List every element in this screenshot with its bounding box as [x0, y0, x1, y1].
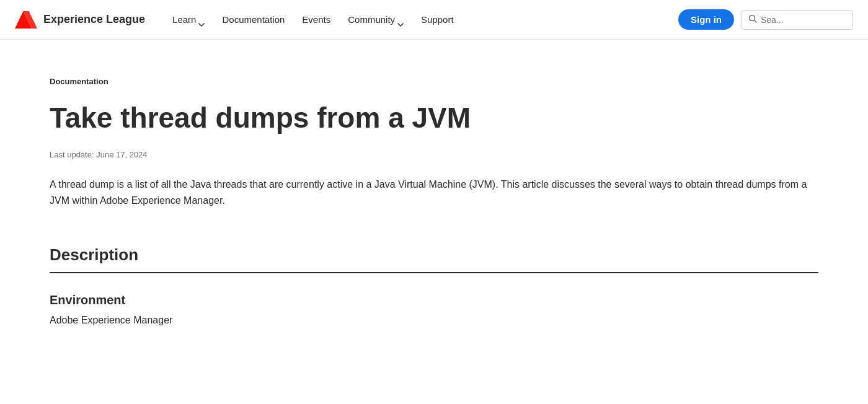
breadcrumb: Documentation — [50, 77, 818, 86]
nav-item-community[interactable]: Community — [340, 9, 411, 30]
main-content: Documentation Take thread dumps from a J… — [0, 40, 868, 363]
logo-link[interactable]: Experience League — [15, 11, 145, 29]
intro-paragraph: A thread dump is a list of all the Java … — [50, 177, 818, 208]
search-input[interactable] — [761, 15, 846, 25]
chevron-down-icon — [198, 18, 205, 22]
brand-name: Experience League — [43, 13, 145, 26]
search-icon — [748, 14, 757, 25]
adobe-logo-icon — [15, 11, 37, 29]
main-nav: Learn Documentation Events Community Sup… — [165, 9, 678, 30]
search-bar[interactable] — [742, 10, 853, 30]
header-right: Sign in — [678, 9, 853, 30]
last-update: Last update: June 17, 2024 — [50, 150, 818, 159]
nav-item-learn[interactable]: Learn — [165, 9, 212, 30]
sign-in-button[interactable]: Sign in — [678, 9, 734, 30]
chevron-down-icon — [397, 18, 404, 22]
nav-item-support[interactable]: Support — [414, 9, 461, 30]
nav-item-events[interactable]: Events — [294, 9, 338, 30]
page-title: Take thread dumps from a JVM — [50, 101, 818, 135]
nav-item-documentation[interactable]: Documentation — [215, 9, 292, 30]
environment-heading: Environment — [50, 293, 818, 307]
environment-value: Adobe Experience Manager — [50, 315, 818, 326]
svg-line-3 — [755, 20, 757, 22]
header: Experience League Learn Documentation Ev… — [0, 0, 868, 40]
description-heading: Description — [50, 245, 818, 273]
